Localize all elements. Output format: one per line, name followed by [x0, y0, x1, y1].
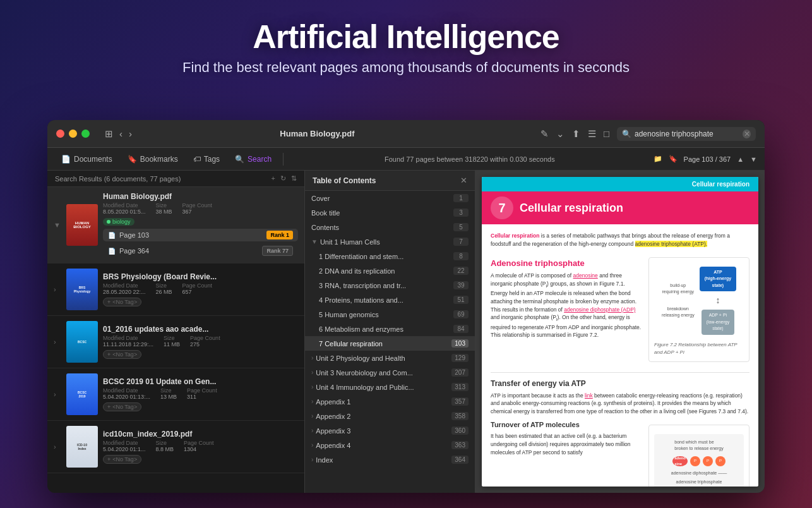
tab-bookmarks[interactable]: 🔖 Bookmarks [121, 152, 184, 166]
cycle-arrow: ↕ [715, 294, 720, 307]
grid-view-icon[interactable]: □ [604, 128, 609, 139]
toc-ch3[interactable]: 3 RNA, transcription and tr... 39 [305, 278, 475, 293]
chapter-title: Cellular respiration [520, 202, 623, 215]
toc-ch1[interactable]: 1 Differentiation and stem... 8 [305, 249, 475, 263]
toc-unit3-page: 207 [451, 368, 469, 377]
modified-value-2: 28.05.2020 22:... [103, 289, 146, 295]
annotate-dropdown-icon[interactable]: ⌄ [556, 128, 564, 140]
toc-appendix1[interactable]: › Appendix 1 357 [305, 394, 475, 409]
buildup-label: build-uprequiring energy [662, 282, 695, 296]
main-content: Search Results (6 documents, 77 pages) +… [47, 171, 765, 493]
sort-icon[interactable]: ⇅ [291, 174, 297, 183]
tab-search[interactable]: 🔍 Search [229, 152, 278, 166]
doc-tag-1[interactable]: biology [103, 218, 134, 226]
toc-index[interactable]: › Index 364 [305, 452, 475, 467]
toc-appendix2[interactable]: › Appendix 2 358 [305, 409, 475, 423]
toc-unit4[interactable]: › Unit 4 Immunology and Public... 313 [305, 380, 475, 394]
toc-close-button[interactable]: ✕ [460, 176, 467, 185]
modified-value-3: 11.11.2018 12:29:... [103, 341, 153, 348]
adp-link: adenosine diphosphate (ADP) [564, 306, 635, 313]
pdf-intro-text: Cellular respiration is a series of meta… [491, 232, 749, 248]
maximize-button[interactable] [81, 130, 90, 138]
refresh-icon[interactable]: ↻ [280, 174, 286, 183]
toc-appendix4[interactable]: › Appendix 4 363 [305, 438, 475, 452]
doc-tag-3[interactable]: + <No Tag> [103, 350, 141, 359]
modified-label-3: Modified Date [103, 335, 153, 341]
pdf-area[interactable]: Cellular respiration 7 Cellular respirat… [475, 171, 765, 493]
doc-chevron-3: › [54, 338, 61, 346]
share-icon[interactable]: ⬆ [572, 128, 580, 140]
turnover-heading: Turnover of ATP molecules [491, 420, 642, 430]
pdf-lower-left: Turnover of ATP molecules It has been es… [491, 420, 642, 487]
page-result-103[interactable]: 📄 Page 103 Rank 1 [103, 229, 298, 241]
doc-item-bcsc[interactable]: › BCSC2019 BCSC 2019 01 Update on Gen...… [47, 368, 304, 421]
add-icon[interactable]: + [272, 174, 275, 183]
toc-index-chevron: › [311, 456, 313, 463]
pdf-page: Cellular respiration 7 Cellular respirat… [482, 177, 758, 487]
toc-ch6[interactable]: 6 Metabolism and enzymes 84 [305, 322, 475, 336]
toc-unit1[interactable]: ▼ Unit 1 Human Cells 7 [305, 234, 475, 249]
toc-appendix4-chevron: › [311, 442, 313, 449]
tab-tags[interactable]: 🏷 Tags [187, 152, 226, 166]
toc-cover[interactable]: Cover 1 [305, 191, 475, 205]
pdf-section2: Transfer of energy via ATP ATP is import… [491, 372, 749, 416]
minimize-button[interactable] [69, 130, 77, 138]
clear-search-button[interactable]: ✕ [743, 130, 751, 138]
toc-ch2[interactable]: 2 DNA and its replication 22 [305, 263, 475, 278]
toc-index-label: Index [316, 456, 451, 464]
doc-info-3: 01_2016 updates aao acade... Modified Da… [103, 325, 298, 359]
doc-info-1: Human Biology.pdf Modified Date 8.05.202… [103, 192, 298, 258]
doc-thumb-5: ICD-10Index [66, 426, 98, 468]
page-up-icon[interactable]: ▲ [737, 155, 744, 163]
folder-icon[interactable]: 📁 [654, 155, 662, 163]
modified-label-1: Modified Date [103, 202, 146, 209]
toc-appendix3-label: Appendix 3 [316, 427, 451, 435]
toc-ch3-page: 39 [453, 281, 469, 289]
adp-box: ADP + Pi(low-energystate) [702, 310, 735, 335]
doc-item-brs[interactable]: › BRSPhysiology BRS Physiology (Board Re… [47, 263, 304, 316]
toc-ch4[interactable]: 4 Proteins, mutations and... 51 [305, 293, 475, 307]
annotate-icon[interactable]: ✎ [540, 128, 549, 140]
doc-tag-2[interactable]: + <No Tag> [103, 298, 141, 306]
page-num-364: Page 364 [119, 247, 258, 255]
toc-unit3[interactable]: › Unit 3 Neurobiology and Com... 207 [305, 365, 475, 380]
page-down-icon[interactable]: ▼ [750, 155, 757, 163]
search-input[interactable] [635, 130, 739, 138]
pagecount-value-1: 367 [182, 209, 213, 215]
toc-cover-label: Cover [311, 195, 453, 202]
doc-item-human-biology[interactable]: ▼ HUMANBIOLOGY Human Biology.pdf Modifie… [47, 187, 304, 263]
doc-item-updates[interactable]: › BCSC 01_2016 updates aao acade... Modi… [47, 316, 304, 368]
toc-unit2-label: Unit 2 Physiology and Health [316, 354, 451, 362]
atp-bottom-label: adenosine triphosphate [676, 479, 722, 486]
toc-ch7[interactable]: 7 Cellular respiration 103 [305, 336, 475, 351]
toc-appendix3[interactable]: › Appendix 3 360 [305, 423, 475, 438]
doc-tag-5[interactable]: + <No Tag> [103, 455, 141, 464]
toc-appendix3-chevron: › [311, 427, 313, 434]
toc-ch5-page: 69 [453, 310, 469, 318]
toc-unit4-label: Unit 4 Immunology and Public... [316, 384, 451, 391]
bond-label: bond which must bebroken to release ener… [674, 439, 723, 452]
doc-item-icd[interactable]: › ICD-10Index icd10cm_index_2019.pdf Mod… [47, 421, 304, 473]
list-view-icon[interactable]: ☰ [588, 128, 596, 140]
close-button[interactable] [56, 130, 64, 138]
link-text: link [585, 392, 593, 399]
doc-chevron-5: › [54, 443, 61, 451]
toc-ch5[interactable]: 5 Human genomics 69 [305, 307, 475, 322]
size-label-3: Size [164, 335, 180, 341]
bookmark-add-icon[interactable]: 🔖 [669, 155, 678, 163]
atp-molecule: adenosine P P P [672, 456, 725, 466]
cellular-respiration-link: Cellular respiration [491, 233, 539, 239]
global-search-bar[interactable]: 🔍 ✕ [617, 127, 756, 141]
tab-documents[interactable]: 📄 Documents [55, 152, 119, 166]
rank-badge-77: Rank 77 [262, 246, 293, 256]
toc-unit2[interactable]: › Unit 2 Physiology and Health 129 [305, 351, 475, 365]
doc-tag-4[interactable]: + <No Tag> [103, 402, 141, 411]
toc-contents[interactable]: Contents 5 [305, 220, 475, 234]
toc-book-title[interactable]: Book title 3 [305, 205, 475, 220]
doc-name-3: 01_2016 updates aao acade... [103, 325, 298, 334]
modified-label-2: Modified Date [103, 282, 146, 289]
toc-ch5-label: 5 Human genomics [319, 311, 453, 318]
page-result-364[interactable]: 📄 Page 364 Rank 77 [103, 244, 298, 258]
atp-cycle: ATP(high-energystate) ↕ ADP + Pi(low-ene… [700, 267, 736, 335]
toc-title: Table of Contents [313, 176, 376, 185]
